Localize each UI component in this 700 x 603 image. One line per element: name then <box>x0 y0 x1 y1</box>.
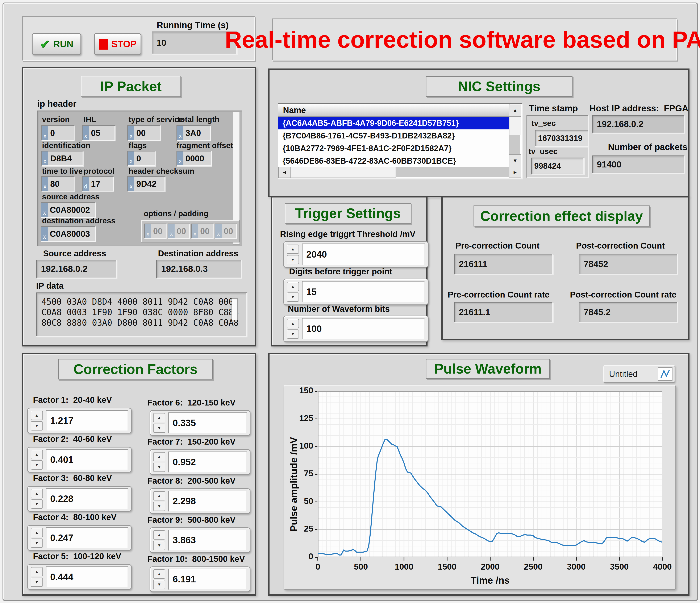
factor-4-input[interactable]: 0.247 <box>46 527 128 548</box>
factor-9-spinner[interactable]: ▲▼ 3.863 <box>150 527 250 553</box>
spin-up-button[interactable]: ▲ <box>31 411 43 420</box>
options-byte-1[interactable]: x 00 <box>168 224 190 239</box>
threshold-input[interactable]: 2040 <box>302 244 425 266</box>
radix-indicator[interactable]: x <box>145 224 151 238</box>
radix-indicator[interactable]: x <box>192 224 198 238</box>
spin-down-button[interactable]: ▼ <box>31 421 43 430</box>
factor-3-spinner[interactable]: ▲▼ 0.228 <box>27 486 132 511</box>
header-checksum-value[interactable]: 9D42 <box>134 177 165 191</box>
radix-indicator[interactable]: x <box>128 126 134 140</box>
factor-6-spinner[interactable]: ▲▼ 0.335 <box>150 410 250 436</box>
tos-field[interactable]: x 00 <box>127 125 160 141</box>
digits-input[interactable]: 15 <box>302 281 425 303</box>
spin-up-button[interactable]: ▲ <box>31 567 43 576</box>
spin-down-button[interactable]: ▼ <box>31 538 43 548</box>
options-byte-2[interactable]: x 00 <box>191 224 214 239</box>
options-byte-value[interactable]: 00 <box>175 224 189 238</box>
nic-listbox[interactable]: Name {AC6A4AB5-ABFB-4A79-9D06-E6241D57B7… <box>278 103 522 179</box>
nic-scroll-right-button[interactable]: ► <box>509 167 521 178</box>
destination-address-field[interactable]: x C0A80003 <box>41 226 96 242</box>
running-time-display[interactable]: 10 <box>152 31 237 54</box>
factor-1-spinner[interactable]: ▲▼ 1.217 <box>27 408 132 433</box>
radix-indicator[interactable]: x <box>177 126 183 140</box>
spin-down-button[interactable]: ▼ <box>153 424 165 433</box>
source-address-value[interactable]: C0A80002 <box>48 203 95 217</box>
source-address-field[interactable]: x C0A80002 <box>41 202 96 218</box>
spin-up-button[interactable]: ▲ <box>287 282 299 291</box>
flags-field[interactable]: x 0 <box>127 151 155 166</box>
version-value[interactable]: 0 <box>48 126 74 140</box>
nic-hscroll-thumb[interactable] <box>290 167 396 178</box>
ihl-field[interactable]: x 05 <box>82 125 115 141</box>
spin-down-button[interactable]: ▼ <box>153 463 165 472</box>
radix-indicator[interactable]: x <box>42 177 48 191</box>
spin-down-button[interactable]: ▼ <box>31 499 43 509</box>
spin-up-button[interactable]: ▲ <box>287 319 299 328</box>
spin-up-button[interactable]: ▲ <box>31 528 43 537</box>
ttl-field[interactable]: x 80 <box>41 176 74 192</box>
identification-field[interactable]: x D8B4 <box>41 151 83 166</box>
options-byte-0[interactable]: x 00 <box>144 224 167 239</box>
fragment-offset-field[interactable]: x 0000 <box>176 151 212 166</box>
spin-down-button[interactable]: ▼ <box>31 460 43 470</box>
ip-data-scrollbar[interactable] <box>231 298 238 320</box>
spin-down-button[interactable]: ▼ <box>31 578 43 587</box>
radix-indicator[interactable]: x <box>128 151 134 165</box>
nic-vscroll-thumb[interactable] <box>509 116 521 135</box>
ihl-value[interactable]: 05 <box>89 126 115 140</box>
nic-list-item-3[interactable]: {5646DE86-83EB-4722-83AC-60BB730D1BCE} <box>278 155 509 168</box>
spin-down-button[interactable]: ▼ <box>153 541 165 550</box>
options-byte-value[interactable]: 00 <box>151 224 166 238</box>
radix-indicator[interactable]: x <box>42 151 48 165</box>
factor-4-spinner[interactable]: ▲▼ 0.247 <box>27 525 132 551</box>
threshold-spinner[interactable]: ▲ ▼ 2040 <box>283 241 429 268</box>
spin-down-button[interactable]: ▼ <box>287 255 299 264</box>
spin-up-button[interactable]: ▲ <box>153 491 165 500</box>
protocol-field[interactable]: d 17 <box>82 176 114 192</box>
nic-scroll-left-button[interactable]: ◄ <box>278 167 291 178</box>
ttl-value[interactable]: 80 <box>48 177 74 191</box>
radix-indicator[interactable]: x <box>215 224 222 238</box>
bits-spinner[interactable]: ▲ ▼ 100 <box>283 316 429 342</box>
plot-legend[interactable]: Untitled <box>603 365 675 383</box>
radix-indicator[interactable]: x <box>168 224 175 238</box>
factor-8-spinner[interactable]: ▲▼ 2.298 <box>150 488 250 514</box>
spin-up-button[interactable]: ▲ <box>153 452 165 461</box>
options-byte-value[interactable]: 00 <box>222 224 236 238</box>
radix-indicator[interactable]: x <box>177 151 183 165</box>
spin-up-button[interactable]: ▲ <box>31 450 43 459</box>
spin-down-button[interactable]: ▼ <box>287 293 299 302</box>
nic-list-header[interactable]: Name <box>278 104 509 117</box>
factor-5-spinner[interactable]: ▲▼ 0.444 <box>27 564 132 590</box>
radix-indicator[interactable]: x <box>128 177 134 191</box>
nic-scroll-up-button[interactable]: ▲ <box>509 104 521 117</box>
factor-5-input[interactable]: 0.444 <box>46 567 128 587</box>
factor-3-input[interactable]: 0.228 <box>46 488 128 509</box>
factor-7-input[interactable]: 0.952 <box>168 452 247 473</box>
radix-indicator[interactable]: x <box>42 126 48 140</box>
digits-spinner[interactable]: ▲ ▼ 15 <box>283 279 429 305</box>
header-checksum-field[interactable]: x 9D42 <box>127 176 165 192</box>
factor-10-input[interactable]: 6.191 <box>168 569 247 590</box>
radix-indicator[interactable]: x <box>42 227 48 241</box>
spin-up-button[interactable]: ▲ <box>153 530 165 539</box>
radix-indicator[interactable]: x <box>42 203 48 217</box>
spin-up-button[interactable]: ▲ <box>31 489 43 498</box>
protocol-value[interactable]: 17 <box>89 177 113 191</box>
radix-indicator[interactable]: d <box>82 177 89 191</box>
fragment-offset-value[interactable]: 0000 <box>183 151 211 165</box>
flags-value[interactable]: 0 <box>134 151 155 165</box>
spin-up-button[interactable]: ▲ <box>287 245 299 254</box>
factor-9-input[interactable]: 3.863 <box>168 530 247 551</box>
factor-2-spinner[interactable]: ▲▼ 0.401 <box>27 447 132 473</box>
nic-list-item-0[interactable]: {AC6A4AB5-ABFB-4A79-9D06-E6241D57B751} <box>278 117 509 130</box>
factor-10-spinner[interactable]: ▲▼ 6.191 <box>150 567 250 592</box>
nic-scroll-down-button[interactable]: ▼ <box>509 154 521 167</box>
factor-7-spinner[interactable]: ▲▼ 0.952 <box>150 449 250 475</box>
spin-down-button[interactable]: ▼ <box>287 329 299 339</box>
factor-6-input[interactable]: 0.335 <box>168 412 247 433</box>
tos-value[interactable]: 00 <box>134 126 160 140</box>
stop-button[interactable]: STOP <box>94 33 141 55</box>
options-byte-3[interactable]: x 00 <box>215 224 237 239</box>
spin-down-button[interactable]: ▼ <box>153 502 165 511</box>
